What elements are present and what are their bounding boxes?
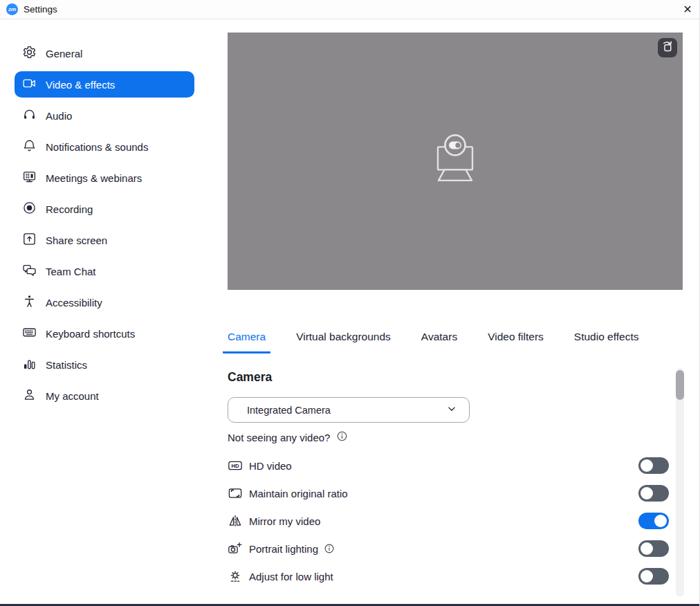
tab-video-filters[interactable]: Video filters: [483, 331, 549, 354]
my-account-icon: [22, 387, 37, 404]
svg-text:HD: HD: [231, 463, 239, 469]
sidebar-item-audio[interactable]: Audio: [15, 102, 194, 129]
toggle-label: Adjust for low light: [249, 571, 333, 582]
close-icon[interactable]: ✕: [676, 0, 699, 19]
sidebar-item-label: Statistics: [46, 359, 87, 371]
sidebar-item-accessibility[interactable]: Accessibility: [15, 289, 194, 315]
toggle-row-maintain-ratio: Maintain original ratio: [228, 479, 669, 507]
portrait-lighting-icon: [228, 541, 243, 556]
sidebar-item-label: Accessibility: [46, 297, 102, 309]
toggle-label: HD video: [249, 460, 292, 472]
gear-icon: [22, 45, 37, 62]
video-toggle-list: HD HD video Maintain original ratio Mirr…: [228, 452, 669, 590]
toggle-label: Portrait lighting: [249, 543, 318, 555]
mirror-video-toggle[interactable]: [638, 513, 669, 529]
webcam-icon: [427, 132, 483, 187]
record-icon: [22, 201, 37, 217]
toggle-row-portrait-lighting: Portrait lighting: [228, 535, 669, 562]
sidebar-item-label: My account: [46, 390, 99, 402]
sidebar-item-recording[interactable]: Recording: [15, 196, 194, 222]
video-settings-panel: Camera Virtual backgrounds Avatars Video…: [228, 19, 683, 606]
sidebar-item-notifications[interactable]: Notifications & sounds: [15, 134, 194, 160]
camera-select-dropdown[interactable]: Integrated Camera: [228, 397, 470, 423]
toggle-knob: [641, 570, 653, 582]
window-title: Settings: [24, 4, 57, 15]
camera-help-row: Not seeing any video?: [228, 430, 348, 445]
tab-camera[interactable]: Camera: [223, 331, 270, 354]
aspect-ratio-icon: [228, 486, 243, 501]
team-chat-icon: [22, 263, 37, 279]
video-camera-icon: [22, 76, 37, 93]
sidebar-item-general[interactable]: General: [15, 40, 194, 66]
share-screen-icon: [22, 232, 37, 248]
low-light-icon: [228, 569, 243, 584]
maintain-ratio-toggle[interactable]: [638, 485, 669, 502]
sidebar-item-label: Share screen: [46, 235, 107, 246]
toggle-row-mirror-video: Mirror my video: [228, 507, 669, 535]
zoom-logo-icon: zm: [6, 3, 18, 15]
sidebar-item-keyboard-shortcuts[interactable]: Keyboard shortcuts: [15, 320, 194, 347]
sidebar-item-team-chat[interactable]: Team Chat: [15, 258, 194, 284]
sidebar-item-label: Keyboard shortcuts: [46, 328, 135, 340]
tab-virtual-backgrounds[interactable]: Virtual backgrounds: [291, 331, 396, 354]
portrait-lighting-toggle[interactable]: [638, 540, 669, 557]
content-scrollbar[interactable]: [676, 368, 684, 596]
settings-window: zm Settings ✕ General Video & effects Au…: [0, 0, 700, 606]
camera-select-value: Integrated Camera: [247, 405, 331, 416]
sidebar-item-label: Meetings & webinars: [46, 172, 142, 184]
sidebar-item-label: Team Chat: [46, 266, 96, 277]
sidebar-item-share-screen[interactable]: Share screen: [15, 227, 194, 253]
toggle-label: Maintain original ratio: [249, 488, 348, 499]
bell-icon: [22, 138, 37, 155]
hd-icon: HD: [228, 458, 243, 473]
sidebar-item-my-account[interactable]: My account: [15, 383, 194, 409]
toggle-knob: [641, 459, 653, 472]
toggle-row-low-light: Adjust for low light: [228, 562, 669, 590]
toggle-label: Mirror my video: [249, 515, 320, 527]
toggle-row-hd-video: HD HD video: [228, 452, 669, 479]
sidebar-item-video-effects[interactable]: Video & effects: [15, 71, 194, 98]
video-preview: [228, 33, 683, 290]
settings-sidebar: General Video & effects Audio Notificati…: [0, 19, 214, 604]
meetings-monitor-icon: [22, 169, 37, 186]
sidebar-item-label: Video & effects: [46, 79, 115, 91]
sidebar-item-label: Recording: [46, 203, 93, 215]
video-settings-tabs: Camera Virtual backgrounds Avatars Video…: [223, 331, 643, 354]
rotate-icon: [660, 39, 675, 57]
keyboard-icon: [22, 325, 37, 342]
toggle-knob: [641, 542, 653, 555]
sidebar-item-label: Notifications & sounds: [46, 141, 148, 153]
sidebar-item-label: Audio: [46, 110, 72, 122]
camera-section-heading: Camera: [228, 370, 272, 385]
accessibility-icon: [22, 294, 37, 311]
toggle-knob: [641, 487, 653, 499]
statistics-icon: [22, 356, 37, 373]
title-bar: zm Settings ✕: [0, 0, 699, 19]
tab-avatars[interactable]: Avatars: [416, 331, 462, 354]
toggle-knob: [654, 515, 667, 527]
info-icon[interactable]: [336, 430, 348, 445]
mirror-icon: [228, 513, 243, 529]
tab-studio-effects[interactable]: Studio effects: [569, 331, 644, 354]
sidebar-item-meetings[interactable]: Meetings & webinars: [15, 165, 194, 191]
hd-video-toggle[interactable]: [638, 457, 669, 474]
sidebar-item-statistics[interactable]: Statistics: [15, 351, 194, 378]
sidebar-item-label: General: [46, 48, 82, 59]
info-icon[interactable]: [324, 543, 335, 554]
rotate-camera-button[interactable]: [658, 38, 677, 57]
chevron-down-icon: [445, 403, 458, 418]
headphones-icon: [22, 107, 37, 124]
no-video-help-link[interactable]: Not seeing any video?: [228, 432, 330, 443]
low-light-toggle[interactable]: [638, 568, 669, 585]
scrollbar-thumb[interactable]: [676, 370, 684, 400]
